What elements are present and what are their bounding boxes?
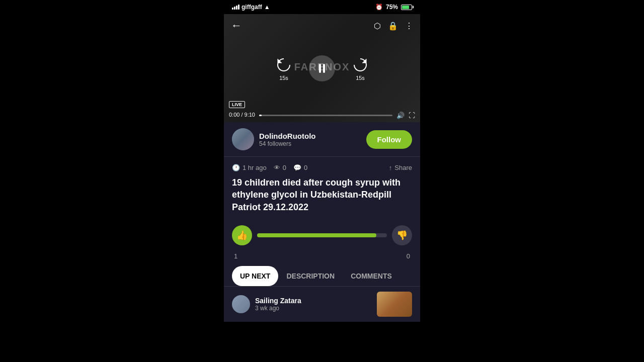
view-count-text: 0 [283,164,286,171]
status-left: giffgaff ▲ [232,4,270,11]
channel-info: DolindoRuotolo 54 followers Follow [224,122,420,157]
suggestion-avatar [232,295,250,313]
channel-text: DolindoRuotolo 54 followers [259,132,315,147]
share-icon: ↑ [389,164,392,171]
pause-button[interactable] [309,55,335,81]
video-meta: 🕐 1 hr ago 👁 0 💬 0 ↑ Share 19 children d… [224,157,420,225]
pause-icon [319,64,325,73]
skip-back-button[interactable]: 15s [275,56,293,81]
suggestion-thumbnail[interactable] [377,292,412,317]
meta-row: 🕐 1 hr ago 👁 0 💬 0 ↑ Share [232,164,412,171]
share-label: Share [394,164,412,171]
suggestion-info: Sailing Zatara 3 wk ago [255,297,372,312]
tab-description[interactable]: DESCRIPTION [278,266,343,286]
live-badge: LIVE [229,101,245,108]
skip-forward-button[interactable]: 15s [351,56,369,81]
comment-count: 💬 0 [293,164,307,171]
eye-icon: 👁 [274,164,280,171]
suggestion-channel-name: Sailing Zatara [255,297,372,305]
wifi-icon: ▲ [264,4,270,11]
battery-icon [401,5,412,10]
channel-name: DolindoRuotolo [259,132,315,140]
time-ago: 🕐 1 hr ago [232,164,267,171]
lock-icon[interactable]: 🔒 [388,21,398,31]
like-bar-container [257,233,387,237]
back-button[interactable]: ← [231,19,242,32]
alarm-icon: ⏰ [375,4,383,11]
status-right: ⏰ 75% [375,4,412,11]
video-title: 19 children died after cough syrup with … [232,176,412,213]
cast-icon[interactable]: ⬡ [374,21,381,31]
status-bar: giffgaff ▲ ⏰ 75% [224,0,420,14]
like-button[interactable]: 👍 [232,225,252,245]
comment-icon: 💬 [293,164,301,171]
dislike-button[interactable]: 👎 [392,225,412,245]
tab-comments[interactable]: COMMENTS [343,266,400,286]
video-top-right: ⬡ 🔒 ⋮ [374,21,413,31]
avatar [232,128,254,150]
suggestion-time: 3 wk ago [255,305,372,312]
progress-fill [259,115,262,116]
tabs-row: UP NEXT DESCRIPTION COMMENTS [224,266,420,287]
suggestion-item: Sailing Zatara 3 wk ago [224,287,420,322]
skip-back-label: 15s [279,75,288,81]
progress-bar[interactable] [259,115,392,116]
signal-icon [232,5,239,10]
time-ago-text: 1 hr ago [243,164,267,171]
volume-icon[interactable]: 🔊 [396,112,405,119]
like-count: 1 [234,252,237,260]
more-options-icon[interactable]: ⋮ [405,21,413,31]
follow-button[interactable]: Follow [366,130,413,149]
video-top-controls: ← ⬡ 🔒 ⋮ [224,14,420,37]
view-count: 👁 0 [274,164,286,171]
playback-controls: 15s 15s [275,55,369,81]
dislike-count: 0 [407,252,410,260]
like-dislike-row: 👍 👎 1 0 [224,225,420,266]
video-player[interactable]: FARENOX ← ⬡ 🔒 ⋮ 15s [224,14,420,122]
progress-row: 0:00 / 9:10 🔊 ⛶ [229,112,415,119]
battery-percent: 75% [386,4,398,11]
comment-count-text: 0 [304,164,307,171]
followers-count: 54 followers [259,140,315,147]
share-button[interactable]: ↑ Share [389,164,412,171]
time-display: 0:00 / 9:10 [229,112,255,118]
carrier-name: giffgaff [242,4,262,11]
content-area: DolindoRuotolo 54 followers Follow 🕐 1 h… [224,122,420,322]
clock-icon: 🕐 [232,164,240,171]
like-bar-fill [257,233,376,237]
tab-up-next[interactable]: UP NEXT [232,266,278,286]
like-row: 👍 👎 [224,225,420,252]
video-bottom-controls: LIVE 0:00 / 9:10 🔊 ⛶ [224,112,420,122]
channel-left: DolindoRuotolo 54 followers [232,128,315,150]
fullscreen-icon[interactable]: ⛶ [409,112,415,119]
skip-forward-label: 15s [356,75,365,81]
